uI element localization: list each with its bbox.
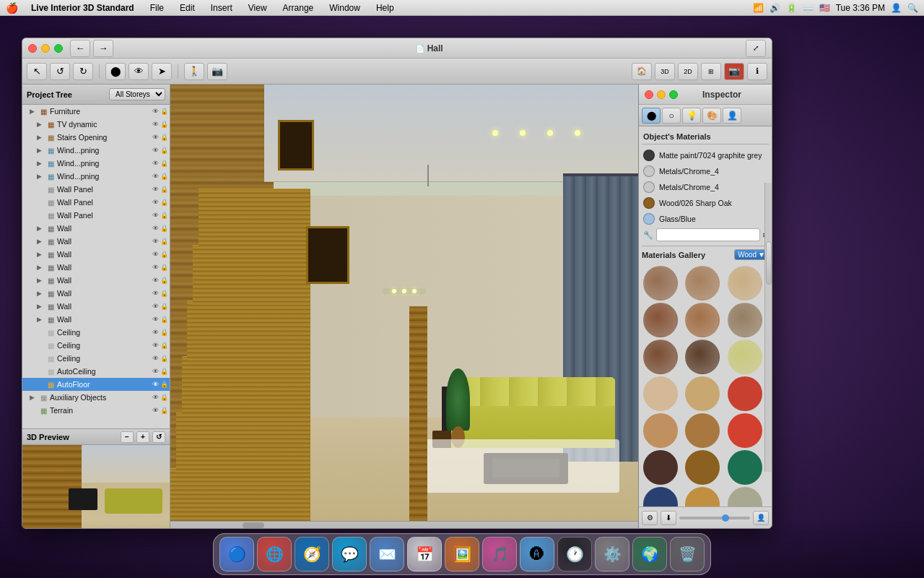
lock-icon-wall-3[interactable]: 🔒 <box>160 251 168 258</box>
dock-item-itunes[interactable]: 🎵 <box>482 537 517 571</box>
tree-arrow-wind-pning-1[interactable]: ▶ <box>37 147 45 154</box>
tree-arrow-auxiliary[interactable]: ▶ <box>30 394 38 401</box>
menu-help[interactable]: Help <box>373 1 397 14</box>
visibility-icon-auto-ceiling[interactable]: 👁 <box>152 368 159 375</box>
lock-icon-ceiling-1[interactable]: 🔒 <box>160 329 168 336</box>
menu-window[interactable]: Window <box>326 1 363 14</box>
user-icon[interactable]: 👤 <box>891 3 902 13</box>
tree-arrow-wall-4[interactable]: ▶ <box>37 264 45 271</box>
dock-item-calendar[interactable]: 📅 <box>407 537 442 571</box>
visibility-icon-stairs-opening[interactable]: 👁 <box>152 134 159 141</box>
dock-item-chrome[interactable]: 🌐 <box>257 537 292 571</box>
tree-arrow-wall-8[interactable]: ▶ <box>37 316 45 323</box>
tree-arrow-wall-2[interactable]: ▶ <box>37 238 45 245</box>
lock-icon-auxiliary[interactable]: 🔒 <box>160 394 168 401</box>
storeys-select[interactable]: All Storeys <box>109 88 165 100</box>
lock-icon-furniture[interactable]: 🔒 <box>160 108 168 115</box>
visibility-icon-ceiling-1[interactable]: 👁 <box>152 329 159 336</box>
tree-arrow-wind-pning-2[interactable]: ▶ <box>37 160 45 167</box>
undo-button[interactable]: ↺ <box>50 63 70 80</box>
tree-arrow-wall-7[interactable]: ▶ <box>37 303 45 310</box>
gallery-swatch-2[interactable] <box>728 266 762 301</box>
dock-item-finder[interactable]: 🔵 <box>219 537 254 571</box>
tree-item-wind-pning-1[interactable]: ▶ ▦ Wind...pning 👁 🔒 <box>22 144 170 157</box>
tree-item-tv-dynamic[interactable]: ▶ ▦ TV dynamic 👁 🔒 <box>22 118 170 131</box>
zoom-in-btn[interactable]: + <box>136 431 149 443</box>
gallery-swatch-4[interactable] <box>685 303 720 337</box>
eye-tool[interactable]: 👁 <box>128 63 149 80</box>
tree-item-wall-5[interactable]: ▶ ▦ Wall 👁 🔒 <box>22 274 170 287</box>
tree-arrow-wall-1[interactable]: ▶ <box>37 225 45 232</box>
fullscreen-button[interactable]: ⤢ <box>746 40 766 57</box>
lock-icon-wind-pning-2[interactable]: 🔒 <box>160 160 168 167</box>
menu-edit[interactable]: Edit <box>177 1 198 14</box>
tree-item-wall-panel-2[interactable]: ▦ Wall Panel 👁 🔒 <box>22 196 170 209</box>
visibility-icon-auxiliary[interactable]: 👁 <box>152 394 159 401</box>
material-search-input[interactable] <box>656 228 760 241</box>
menu-insert[interactable]: Insert <box>208 1 235 14</box>
tree-item-wall-8[interactable]: ▶ ▦ Wall 👁 🔒 <box>22 313 170 326</box>
tree-item-wall-6[interactable]: ▶ ▦ Wall 👁 🔒 <box>22 287 170 300</box>
gallery-swatch-17[interactable] <box>728 450 762 485</box>
tree-arrow-stairs-opening[interactable]: ▶ <box>37 134 45 141</box>
lock-icon-wall-7[interactable]: 🔒 <box>160 303 168 310</box>
dock-item-earth[interactable]: 🌍 <box>632 537 667 571</box>
gallery-swatch-1[interactable] <box>685 266 720 301</box>
dock-item-prefs[interactable]: ⚙️ <box>595 537 629 571</box>
material-item-mat-glass[interactable]: Glass/Blue <box>642 211 769 227</box>
lock-icon-wall-2[interactable]: 🔒 <box>160 238 168 245</box>
minimize-button[interactable] <box>41 44 50 53</box>
menu-view[interactable]: View <box>245 1 270 14</box>
wifi-icon[interactable]: 📶 <box>753 3 764 13</box>
inspector-scrollbar-thumb[interactable] <box>766 241 772 285</box>
visibility-icon-wall-6[interactable]: 👁 <box>152 290 159 297</box>
visibility-icon-wall-8[interactable]: 👁 <box>152 316 159 323</box>
menu-file[interactable]: File <box>147 1 167 14</box>
apple-menu[interactable]: 🍎 <box>6 2 18 14</box>
gallery-swatch-5[interactable] <box>728 303 762 337</box>
tree-arrow-wind-pning-3[interactable]: ▶ <box>37 173 45 180</box>
gallery-swatch-20[interactable] <box>728 487 762 506</box>
gallery-swatch-10[interactable] <box>685 376 720 411</box>
dock-item-trash[interactable]: 🗑️ <box>670 537 705 571</box>
info-btn[interactable]: ℹ <box>747 63 767 80</box>
visibility-icon-furniture[interactable]: 👁 <box>152 108 159 115</box>
tree-item-wall-7[interactable]: ▶ ▦ Wall 👁 🔒 <box>22 300 170 313</box>
material-item-mat-chrome-2[interactable]: Metals/Chrome_4 <box>642 179 769 195</box>
app-name[interactable]: Live Interior 3D Standard <box>28 1 137 14</box>
visibility-icon-wall-panel-3[interactable]: 👁 <box>152 212 159 219</box>
gallery-swatch-19[interactable] <box>685 487 720 506</box>
tree-item-ceiling-3[interactable]: ▦ Ceiling 👁 🔒 <box>22 352 170 365</box>
flag-icon[interactable]: 🇺🇸 <box>819 3 830 13</box>
visibility-icon-wall-4[interactable]: 👁 <box>152 264 159 271</box>
gallery-swatch-11[interactable] <box>728 376 762 411</box>
inspector-tab-person[interactable]: 👤 <box>723 108 741 124</box>
material-item-mat-graphite[interactable]: Matte paint/7024 graphite grey <box>642 147 769 163</box>
inspector-max-btn[interactable] <box>669 90 678 99</box>
visibility-icon-wall-panel-1[interactable]: 👁 <box>152 186 159 193</box>
material-item-mat-chrome-1[interactable]: Metals/Chrome_4 <box>642 163 769 179</box>
volume-icon[interactable]: 🔊 <box>770 3 780 13</box>
gallery-swatch-0[interactable] <box>643 266 678 301</box>
refresh-btn[interactable]: ↺ <box>152 431 165 443</box>
circle-tool[interactable]: ⬤ <box>105 63 126 80</box>
visibility-icon-auto-floor[interactable]: 👁 <box>152 381 159 388</box>
arrow-tool[interactable]: ➤ <box>152 63 172 80</box>
tree-arrow-tv-dynamic[interactable]: ▶ <box>37 121 45 128</box>
visibility-icon-wind-pning-3[interactable]: 👁 <box>152 173 159 180</box>
gallery-swatch-12[interactable] <box>643 413 678 448</box>
inspector-tab-circle[interactable]: ○ <box>662 108 681 124</box>
keyboard-icon[interactable]: ⌨️ <box>803 3 814 13</box>
lock-icon-ceiling-3[interactable]: 🔒 <box>160 355 168 362</box>
3d-btn[interactable]: 3D <box>655 63 675 80</box>
lock-icon-wind-pning-3[interactable]: 🔒 <box>160 173 168 180</box>
lock-icon-wind-pning-1[interactable]: 🔒 <box>160 147 168 154</box>
gallery-swatch-14[interactable] <box>728 413 762 448</box>
size-slider[interactable] <box>679 517 750 519</box>
visibility-icon-ceiling-3[interactable]: 👁 <box>152 355 159 362</box>
select-tool[interactable]: ↖ <box>27 63 47 80</box>
dock-item-app-store[interactable]: 🅐 <box>520 537 554 571</box>
visibility-icon-wall-2[interactable]: 👁 <box>152 238 159 245</box>
lock-icon-wall-panel-1[interactable]: 🔒 <box>160 186 168 193</box>
gallery-swatch-18[interactable] <box>643 487 678 506</box>
